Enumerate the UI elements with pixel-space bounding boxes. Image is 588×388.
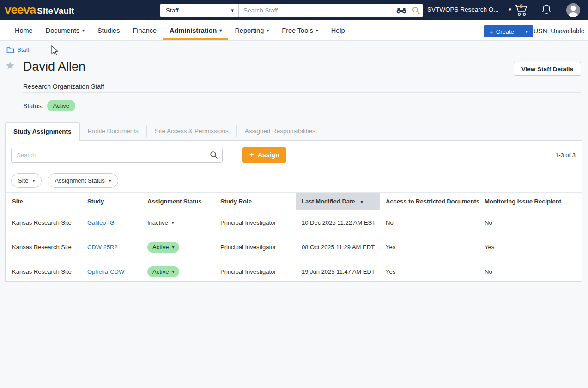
divider [23, 92, 581, 93]
sitevault-logo-text: SiteVault [37, 6, 74, 16]
filter-bar: Site ▾ Assignment Status ▾ [6, 169, 582, 192]
cell-site: Kansas Research Site [6, 210, 82, 235]
filter-assignment-status[interactable]: Assignment Status ▾ [48, 173, 118, 188]
chevron-down-icon: ▾ [267, 28, 269, 33]
view-staff-details-button[interactable]: View Staff Details [514, 62, 581, 76]
tab-bar: Study Assignments Profile Documents Site… [5, 122, 323, 140]
breadcrumb[interactable]: Staff [6, 46, 30, 53]
assign-button[interactable]: + Assign [242, 147, 286, 163]
cell-study-role: Principal Investigator [215, 235, 296, 259]
tab-profile-documents[interactable]: Profile Documents [80, 125, 147, 137]
study-link[interactable]: Galileo-IG [87, 219, 115, 226]
study-assignments-panel: + Assign 1-3 of 3 Site ▾ Assignment Stat… [5, 140, 582, 282]
cell-restricted-access: Yes [380, 259, 479, 284]
study-link[interactable]: CDW 25R2 [87, 244, 118, 251]
cell-last-modified: 08 Oct 2025 11:29 AM EDT [296, 235, 380, 259]
column-header-restricted-access[interactable]: Access to Restricted Documents? [380, 193, 479, 210]
nav-item-help[interactable]: Help [325, 20, 352, 40]
column-header-study-role[interactable]: Study Role [215, 193, 296, 210]
veeva-sitevault-logo[interactable]: veeva SiteVault [5, 4, 74, 16]
status-label: Status: [23, 102, 43, 110]
organization-selector[interactable]: SVTWOPS Research O... ▾ [427, 6, 511, 13]
table-search [11, 148, 223, 163]
search-icon[interactable] [210, 151, 218, 161]
nav-item-studies[interactable]: Studies [91, 20, 126, 40]
assignment-status-dropdown[interactable]: Active ▾ [147, 266, 179, 277]
cart-icon[interactable]: 0 [514, 4, 528, 18]
chevron-down-icon: ▾ [526, 29, 528, 34]
table-row: Kansas Research Site Ophelia-CDW Active … [6, 259, 582, 284]
main-nav-bar: Home Documents ▾ Studies Finance Adminis… [0, 20, 588, 41]
folder-icon [6, 47, 14, 53]
cell-monitoring-recipient: No [479, 210, 582, 235]
cell-restricted-access: Yes [380, 235, 479, 259]
cell-study-role: Principal Investigator [215, 259, 296, 284]
chevron-down-icon: ▾ [172, 245, 174, 250]
notifications-bell-icon[interactable] [541, 4, 552, 17]
filter-site[interactable]: Site ▾ [11, 173, 42, 188]
tab-study-assignments[interactable]: Study Assignments [5, 122, 80, 141]
table-search-input[interactable] [11, 148, 223, 163]
cell-study-role: Principal Investigator [215, 210, 296, 235]
assignment-status-dropdown[interactable]: Active ▾ [147, 242, 179, 253]
chevron-down-icon: ▾ [219, 28, 222, 33]
page-title: David Allen [23, 60, 85, 74]
create-dropdown-button[interactable]: ▾ [520, 25, 533, 37]
status-row: Status: Active [23, 100, 75, 111]
organization-name: SVTWOPS Research O... [427, 6, 499, 13]
column-header-monitoring-recipient[interactable]: Monitoring Issue Recipient [479, 193, 582, 210]
usn-status-label: USN: Unavailable [533, 27, 585, 35]
nav-item-home[interactable]: Home [8, 20, 39, 40]
page-content: Staff ★ David Allen View Staff Details R… [0, 41, 588, 388]
veeva-logo-text: veeva [5, 4, 36, 16]
divider [233, 148, 233, 163]
nav-item-free-tools[interactable]: Free Tools ▾ [275, 20, 324, 40]
tab-assigned-responsibilities[interactable]: Assigned Responsibilities [237, 125, 323, 137]
nav-item-reporting[interactable]: Reporting ▾ [228, 20, 275, 40]
chevron-down-icon: ▾ [231, 7, 234, 13]
cell-monitoring-recipient: Yes [479, 235, 582, 259]
table-row: Kansas Research Site Galileo-IG Inactive… [6, 210, 582, 235]
chevron-down-icon: ▾ [32, 178, 35, 183]
create-button[interactable]: + Create [484, 25, 520, 37]
mouse-cursor [51, 45, 59, 56]
chevron-down-icon: ▾ [82, 28, 85, 33]
plus-icon: + [249, 150, 254, 160]
chevron-down-icon: ▾ [509, 6, 512, 12]
cell-monitoring-recipient: No [479, 259, 582, 284]
create-split-button: + Create ▾ [484, 25, 533, 37]
column-header-last-modified-date[interactable]: Last Modified Date ▼ [296, 193, 380, 210]
table-toolbar: + Assign 1-3 of 3 [6, 141, 582, 169]
record-range-label: 1-3 of 3 [555, 152, 576, 159]
status-badge: Active [47, 100, 75, 111]
chevron-down-icon: ▾ [316, 28, 318, 33]
cell-last-modified: 10 Dec 2025 11:22 AM EST [296, 210, 380, 235]
plus-icon: + [489, 28, 493, 36]
column-header-site[interactable]: Site [6, 193, 82, 210]
study-assignments-table: Site Study Assignment Status Study Role … [6, 192, 582, 284]
tab-site-access-permissions[interactable]: Site Access & Permissions [147, 125, 237, 137]
assignment-status-dropdown[interactable]: Inactive ▾ [147, 219, 174, 226]
cell-restricted-access: No [380, 210, 479, 235]
user-avatar[interactable] [566, 3, 580, 17]
study-link[interactable]: Ophelia-CDW [87, 268, 124, 275]
breadcrumb-staff-link: Staff [17, 46, 30, 53]
column-header-study[interactable]: Study [82, 193, 142, 210]
nav-item-administration[interactable]: Administration ▾ [163, 20, 228, 40]
cell-site: Kansas Research Site [6, 235, 82, 259]
search-icon[interactable] [409, 6, 423, 14]
search-scope-select[interactable]: Staff ▾ [160, 4, 239, 17]
nav-item-finance[interactable]: Finance [126, 20, 163, 40]
search-scope-value: Staff [166, 7, 179, 14]
global-search-input[interactable] [239, 4, 394, 17]
table-row: Kansas Research Site CDW 25R2 Active ▾ P… [6, 235, 582, 259]
cell-site: Kansas Research Site [6, 259, 82, 284]
column-header-assignment-status[interactable]: Assignment Status [142, 193, 215, 210]
global-search-widget: Staff ▾ [160, 4, 423, 17]
advanced-search-binoculars-icon[interactable] [394, 7, 409, 14]
sort-desc-icon: ▼ [359, 199, 364, 204]
favorite-star-icon[interactable]: ★ [5, 60, 15, 71]
chevron-down-icon: ▾ [172, 220, 174, 225]
nav-item-documents[interactable]: Documents ▾ [39, 20, 91, 40]
chevron-down-icon: ▾ [109, 178, 111, 183]
